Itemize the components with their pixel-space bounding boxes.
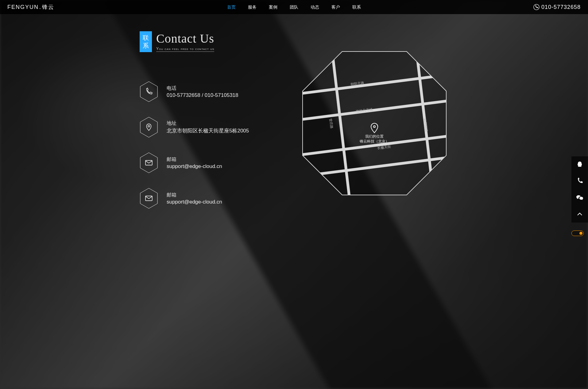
- header-phone-number: 010-57732658: [541, 4, 581, 10]
- nav-link-team[interactable]: 团队: [290, 0, 298, 14]
- side-top-button[interactable]: [571, 206, 588, 223]
- contact-phone-hex: [140, 81, 158, 102]
- contact-address-label: 地址: [167, 120, 249, 127]
- top-nav: FENGYUN.锋云 首页 服务 案例 团队 动态 客户 联系 010-5773…: [0, 0, 588, 14]
- theme-toggle[interactable]: [571, 231, 584, 236]
- map-marker-line2: 锋云科技（北京）: [359, 139, 389, 143]
- contact-phone-text: 电话 010-57732658 / 010-57105318: [167, 85, 238, 98]
- nav-link-clients[interactable]: 客户: [331, 0, 340, 14]
- phone-outline-icon: [145, 88, 153, 96]
- contact-address-value: 北京市朝阳区长楹天街星座5栋2005: [167, 127, 249, 134]
- nav-link-cases[interactable]: 案例: [269, 0, 277, 14]
- contact-email1-text: 邮箱 support@edge-cloud.cn: [167, 156, 222, 170]
- contact-address: 地址 北京市朝阳区长楹天街星座5栋2005: [140, 117, 249, 138]
- location-map: 朝阳北路 地铁六号线 长楹天街 管庄路 杨闸西路 我们的位置 锋云科技（北京）: [302, 51, 447, 195]
- contact-email2-value: support@edge-cloud.cn: [167, 199, 222, 205]
- chevron-up-icon: [576, 211, 583, 218]
- brand-text-en: FENGYUN: [7, 4, 39, 10]
- background-overlay: [0, 0, 588, 389]
- brand-divider: .: [39, 4, 41, 10]
- contact-email-2: 邮箱 support@edge-cloud.cn: [140, 188, 249, 209]
- contact-email1-label: 邮箱: [167, 156, 222, 163]
- svg-rect-5: [145, 160, 152, 165]
- heading-cn-char1: 联: [143, 34, 149, 42]
- nav-link-services[interactable]: 服务: [248, 0, 257, 14]
- toggle-dot: [579, 232, 582, 235]
- mail-icon: [145, 159, 153, 167]
- nav-link-contact[interactable]: 联系: [352, 0, 361, 14]
- qq-icon: [576, 161, 583, 168]
- nav-links: 首页 服务 案例 团队 动态 客户 联系: [227, 0, 361, 14]
- contact-phone-label: 电话: [167, 85, 238, 92]
- nav-link-home[interactable]: 首页: [227, 0, 236, 14]
- brand-text-cn: 锋云: [42, 3, 54, 11]
- phone-icon: [533, 4, 540, 10]
- contact-email2-label: 邮箱: [167, 192, 222, 198]
- side-phone-button[interactable]: [571, 173, 588, 189]
- heading-en: Contact Us: [156, 32, 214, 45]
- wechat-icon: [576, 194, 583, 201]
- contact-email2-hex: [140, 188, 158, 209]
- contact-address-text: 地址 北京市朝阳区长楹天街星座5栋2005: [167, 120, 249, 134]
- heading-cn-badge: 联 系: [140, 31, 152, 52]
- svg-point-3: [148, 125, 149, 127]
- brand-logo[interactable]: FENGYUN.锋云: [7, 0, 54, 14]
- section-heading: 联 系 Contact Us You can feel free to cont…: [140, 31, 214, 52]
- map-svg: 朝阳北路 地铁六号线 长楹天街 管庄路 杨闸西路 我们的位置 锋云科技（北京）: [302, 51, 447, 195]
- nav-link-news[interactable]: 动态: [311, 0, 319, 14]
- contact-email2-text: 邮箱 support@edge-cloud.cn: [167, 192, 222, 205]
- side-wechat-button[interactable]: [571, 189, 588, 206]
- heading-cn-char2: 系: [143, 42, 149, 50]
- contact-email-1: 邮箱 support@edge-cloud.cn: [140, 152, 249, 173]
- side-qq-button[interactable]: [571, 156, 588, 173]
- header-phone[interactable]: 010-57732658: [533, 0, 581, 14]
- phone-handset-icon: [576, 177, 583, 185]
- map-marker-line1: 我们的位置: [365, 134, 384, 139]
- svg-rect-7: [145, 196, 152, 200]
- contact-email1-value: support@edge-cloud.cn: [167, 163, 222, 170]
- contact-email1-hex: [140, 152, 158, 173]
- heading-texts: Contact Us You can feel free to contact …: [156, 32, 214, 52]
- heading-sub: You can feel free to contact us: [156, 47, 214, 52]
- location-pin-icon: [145, 123, 153, 131]
- contact-address-hex: [140, 117, 158, 138]
- mail-icon: [145, 194, 153, 202]
- contact-list: 电话 010-57732658 / 010-57105318 地址 北京市朝阳区…: [140, 81, 249, 209]
- side-float-bar: [571, 156, 588, 223]
- contact-phone-value: 010-57732658 / 010-57105318: [167, 92, 238, 98]
- contact-phone: 电话 010-57732658 / 010-57105318: [140, 81, 249, 102]
